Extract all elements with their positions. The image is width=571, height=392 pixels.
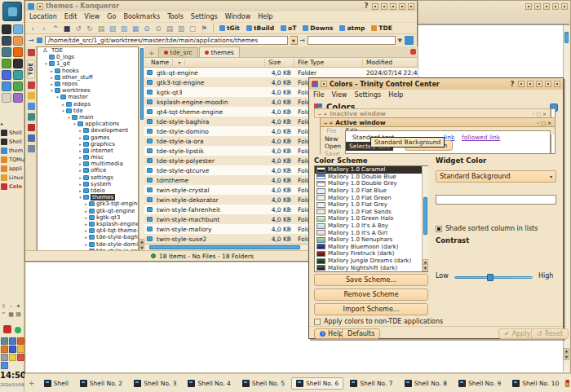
- panel-clock[interactable]: 14:50: [0, 371, 24, 380]
- panel-handle-icon[interactable]: +: [26, 379, 38, 387]
- menu-item[interactable]: Location: [29, 13, 57, 20]
- network-tray-icon[interactable]: [1, 362, 8, 369]
- services-icon[interactable]: [28, 134, 35, 142]
- root-folder-icon[interactable]: [28, 124, 35, 131]
- split-view-icon[interactable]: ▥: [176, 24, 186, 33]
- window-list-item[interactable]: Colo: [0, 182, 24, 191]
- tree-item[interactable]: ▸ system: [38, 181, 138, 187]
- table-row[interactable]: gtk-qt-engine 4,0 KB Folder 2024/07/14 2…: [144, 68, 418, 77]
- scroll-up-icon[interactable]: ▲: [423, 259, 428, 265]
- window-list-item[interactable]: Linux: [0, 173, 24, 182]
- taskbar-item[interactable]: Shell No. 7: [345, 377, 397, 390]
- taskbar-item[interactable]: Shell No. 4: [183, 377, 235, 390]
- taskbar-item[interactable]: Shell No. 2: [75, 377, 127, 390]
- tree-item[interactable]: ▾ 1_git: [38, 60, 138, 67]
- tools-launcher-icon[interactable]: [13, 93, 23, 103]
- clear-filter-icon[interactable]: ▼: [398, 37, 402, 44]
- taskbar-item[interactable]: Shell No. 10: [507, 377, 564, 390]
- menu-item[interactable]: Edit: [64, 13, 77, 20]
- tree-item[interactable]: ▸ misc: [38, 154, 138, 161]
- close-button[interactable]: [554, 81, 560, 87]
- back-icon[interactable]: ‹: [28, 24, 38, 33]
- expander-icon[interactable]: ▾: [60, 108, 66, 113]
- display-tray-icon[interactable]: [1, 337, 8, 345]
- tree-item[interactable]: ▸ kgtk-qt3: [38, 214, 138, 221]
- shade-sorted-checkbox[interactable]: [436, 226, 442, 232]
- taskbar-item[interactable]: Shell No. 6: [291, 377, 343, 390]
- up-icon[interactable]: ^: [51, 24, 60, 33]
- icon-view-icon[interactable]: ▦: [131, 24, 140, 33]
- minimize-button[interactable]: [534, 3, 541, 10]
- column-header-type[interactable]: File Type: [294, 59, 363, 66]
- keyboard-tray-icon[interactable]: [9, 346, 16, 353]
- expander-icon[interactable]: ▸: [77, 148, 83, 153]
- bookmark-icon[interactable]: [28, 81, 35, 89]
- scheme-list-item[interactable]: Mallory 1.0 Double Grey: [315, 180, 427, 187]
- tree-item[interactable]: ▸ gtk-qt-engine: [38, 208, 138, 214]
- tree-item[interactable]: 0_logs: [38, 54, 138, 60]
- zoom-out-icon[interactable]: ▧: [108, 24, 117, 33]
- zoom-in-icon[interactable]: ▨: [119, 24, 129, 33]
- help-button[interactable]: ?: [509, 81, 516, 88]
- expander-icon[interactable]: ▾: [49, 88, 55, 93]
- expander-icon[interactable]: ▾: [72, 121, 77, 126]
- window-list-item[interactable]: TQMu: [0, 155, 24, 164]
- menu-item[interactable]: Window: [225, 13, 251, 20]
- editor-launcher-icon[interactable]: [2, 59, 11, 68]
- firefox-launcher-icon[interactable]: [13, 47, 23, 57]
- home-icon[interactable]: [28, 103, 35, 110]
- tree-item[interactable]: ▸ tde-style-domino: [38, 240, 138, 247]
- tree-item[interactable]: ▸ graphics: [38, 141, 138, 148]
- go-icon[interactable]: →: [300, 37, 306, 44]
- tree-item[interactable]: ▸ gtk3-tqt-engine: [38, 200, 138, 207]
- mixer-launcher-icon[interactable]: [2, 36, 11, 46]
- apply-nontde-checkbox[interactable]: [314, 319, 321, 325]
- calc-launcher-icon[interactable]: [2, 70, 11, 80]
- scroll-down-icon[interactable]: ▼: [564, 355, 569, 360]
- flag-icon[interactable]: ⚑: [199, 24, 209, 33]
- scheme-list-item[interactable]: Mallory 1.0 Flat Green: [315, 194, 427, 201]
- tree-item[interactable]: ▸ edeps: [38, 101, 138, 108]
- feed-tray-icon[interactable]: [1, 346, 8, 353]
- expander-icon[interactable]: ▾: [77, 195, 83, 200]
- upload-launcher-icon[interactable]: [13, 81, 23, 91]
- tree-item[interactable]: ▸ office: [38, 167, 138, 174]
- menu-item[interactable]: Help: [388, 91, 403, 99]
- tree-item[interactable]: ▾ worktrees: [38, 87, 138, 94]
- scheme-list-item[interactable]: Mallory 1.0 Green Halo: [315, 215, 427, 222]
- tree-item[interactable]: ▸ qt4-tqt-theme-engine: [38, 227, 138, 234]
- contrast-slider[interactable]: [454, 276, 533, 279]
- expander-icon[interactable]: ▸: [77, 135, 83, 140]
- tree-item[interactable]: ▾ applications: [38, 121, 138, 127]
- refresh-icon[interactable]: ↻: [85, 24, 95, 33]
- save-scheme-button[interactable]: Save Scheme...: [314, 274, 428, 286]
- close-tab-icon[interactable]: [410, 49, 416, 55]
- expander-icon[interactable]: ▾: [43, 61, 49, 66]
- network-icon[interactable]: [28, 113, 35, 121]
- taskbar-item[interactable]: Shell: [39, 377, 73, 390]
- tree-item[interactable]: ▸ internet: [38, 148, 138, 154]
- menu-item[interactable]: View: [84, 13, 100, 20]
- menu-item[interactable]: Settings: [191, 13, 218, 20]
- scheme-list-item[interactable]: Mallory 1.0 Flat Grey: [315, 201, 427, 209]
- tree-item[interactable]: ▸ ksplash-engine-moodin: [38, 221, 138, 227]
- column-header-name[interactable]: Name ▾: [144, 59, 265, 66]
- filter-input[interactable]: [308, 36, 395, 45]
- expander-icon[interactable]: ▾: [66, 115, 72, 120]
- battery-tray-icon[interactable]: [9, 354, 16, 361]
- devices-icon[interactable]: [28, 145, 35, 152]
- shade-button[interactable]: [372, 3, 378, 10]
- weather-tray-icon[interactable]: [17, 346, 24, 353]
- status-dot-icon[interactable]: [15, 327, 21, 333]
- download-launcher-icon[interactable]: [13, 70, 23, 80]
- tree-item[interactable]: ▸ repos: [38, 81, 138, 87]
- expander-icon[interactable]: ▸: [83, 228, 89, 233]
- tree-item[interactable]: ▸ tde-style-baghira: [38, 234, 138, 240]
- minimize-button[interactable]: [381, 3, 387, 10]
- bookmark-button[interactable]: TDE: [370, 24, 393, 32]
- restore-button[interactable]: [399, 3, 405, 10]
- window-list-item[interactable]: them: [0, 146, 24, 155]
- list-view-icon[interactable]: ▤: [165, 24, 175, 33]
- expander-icon[interactable]: ▸: [49, 75, 55, 80]
- volume-tray-icon[interactable]: [9, 337, 16, 345]
